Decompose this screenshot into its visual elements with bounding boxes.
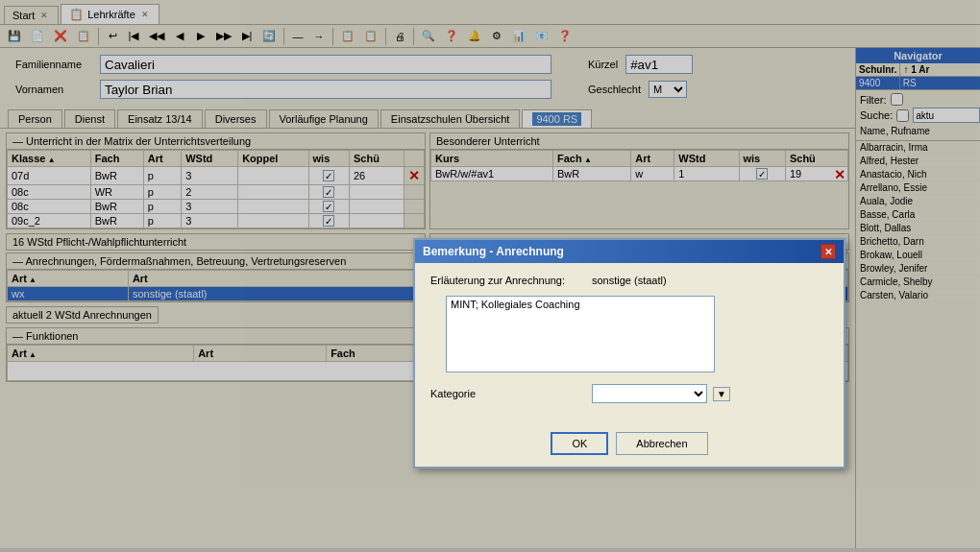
modal-buttons: OK Abbrechen — [415, 424, 844, 467]
kategorie-row: Kategorie ▼ — [430, 384, 828, 403]
erlaeuterung-row: Erläuterung zur Anrechnung: sonstige (st… — [430, 275, 828, 286]
kategorie-dropdown-icon[interactable]: ▼ — [713, 387, 730, 401]
modal-abbrechen-button[interactable]: Abbrechen — [616, 432, 707, 455]
modal-ok-button[interactable]: OK — [551, 432, 608, 455]
erlaeuterung-value: sonstige (staatl) — [592, 275, 667, 286]
modal-overlay: Bemerkung - Anrechnung ✕ Erläuterung zur… — [0, 0, 980, 552]
modal-body: Erläuterung zur Anrechnung: sonstige (st… — [415, 263, 844, 424]
erlaeuterung-label: Erläuterung zur Anrechnung: — [430, 275, 584, 286]
modal-titlebar: Bemerkung - Anrechnung ✕ — [415, 240, 844, 263]
modal-title: Bemerkung - Anrechnung — [423, 245, 564, 258]
modal-close-button[interactable]: ✕ — [821, 244, 836, 259]
modal-dialog: Bemerkung - Anrechnung ✕ Erläuterung zur… — [413, 238, 845, 468]
kategorie-select[interactable] — [592, 384, 707, 403]
textarea-container: MINT; Kollegiales Coaching — [430, 296, 828, 374]
kategorie-label: Kategorie — [430, 388, 584, 399]
bemerkung-textarea[interactable]: MINT; Kollegiales Coaching — [446, 296, 715, 372]
